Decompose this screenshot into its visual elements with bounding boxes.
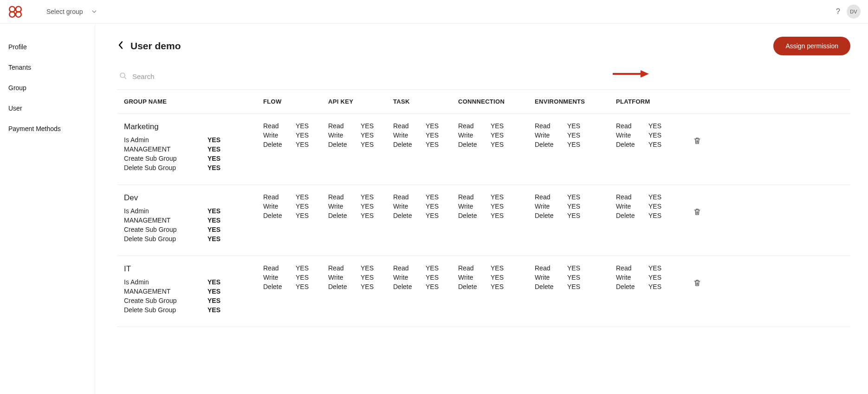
annotation-arrow-icon (613, 67, 650, 80)
sidebar-item-label: Payment Methods (8, 125, 61, 132)
perm-value: YES (648, 203, 661, 210)
perm-value: YES (567, 122, 580, 130)
perm-value: YES (648, 283, 661, 290)
perm-label-delete: Delete (263, 212, 285, 219)
col-header-group-name: GROUP NAME (124, 98, 263, 105)
perm-cell-connection: ReadYESWriteYESDeleteYES (458, 264, 535, 315)
attr-label-is-admin: Is Admin (124, 136, 207, 144)
assign-permission-button[interactable]: Assign permission (773, 37, 850, 55)
app-logo[interactable] (7, 4, 23, 20)
perm-label-read: Read (535, 264, 556, 272)
perm-value: YES (426, 283, 439, 290)
search-icon (119, 72, 127, 81)
perm-value: YES (426, 264, 439, 272)
perm-value: YES (491, 212, 504, 219)
perm-value: YES (296, 122, 309, 130)
help-icon[interactable]: ? (836, 7, 840, 16)
col-header-task: TASK (393, 98, 458, 105)
perm-label-delete: Delete (458, 283, 479, 290)
perm-label-write: Write (535, 274, 556, 281)
col-header-environments: ENVIRONMENTS (535, 98, 616, 105)
group-name: Dev (124, 193, 263, 203)
delete-cell (683, 122, 711, 173)
perm-value: YES (567, 141, 580, 148)
group-name: Marketing (124, 122, 263, 131)
perm-label-delete: Delete (393, 212, 415, 219)
perm-cell-task: ReadYESWriteYESDeleteYES (393, 122, 458, 173)
perm-value: YES (491, 274, 504, 281)
group-cell: ITIs AdminYESMANAGEMENTYESCreate Sub Gro… (124, 264, 263, 315)
group-cell: DevIs AdminYESMANAGEMENTYESCreate Sub Gr… (124, 193, 263, 244)
group-name: IT (124, 264, 263, 274)
perm-label-delete: Delete (458, 141, 479, 148)
sidebar-item-group[interactable]: Group (0, 78, 95, 98)
perm-label-write: Write (616, 203, 637, 210)
perm-cell-task: ReadYESWriteYESDeleteYES (393, 193, 458, 244)
perm-label-write: Write (458, 274, 479, 281)
attr-label-is-admin: Is Admin (124, 207, 207, 215)
perm-label-read: Read (393, 193, 415, 201)
attr-value: YES (207, 155, 220, 162)
sidebar-item-tenants[interactable]: Tenants (0, 57, 95, 78)
perm-label-read: Read (328, 264, 350, 272)
perm-value: YES (361, 283, 374, 290)
perm-label-delete: Delete (328, 141, 350, 148)
avatar[interactable]: DV (847, 5, 861, 19)
perm-cell-platform: ReadYESWriteYESDeleteYES (616, 264, 683, 315)
perm-cell-api_key: ReadYESWriteYESDeleteYES (328, 122, 393, 173)
col-header-platform: PLATFORM (616, 98, 683, 105)
perm-label-write: Write (263, 131, 285, 139)
sidebar-item-user[interactable]: User (0, 98, 95, 118)
perm-label-delete: Delete (616, 141, 637, 148)
perm-value: YES (361, 131, 374, 139)
attr-label-create-sub: Create Sub Group (124, 226, 207, 233)
perm-label-delete: Delete (263, 283, 285, 290)
perm-value: YES (491, 141, 504, 148)
perm-label-read: Read (393, 264, 415, 272)
perm-cell-api_key: ReadYESWriteYESDeleteYES (328, 264, 393, 315)
perm-value: YES (567, 193, 580, 201)
perm-cell-environments: ReadYESWriteYESDeleteYES (535, 122, 616, 173)
perm-value: YES (361, 203, 374, 210)
back-button[interactable] (117, 41, 124, 52)
delete-row-button[interactable] (693, 137, 701, 146)
perm-label-delete: Delete (535, 141, 556, 148)
delete-cell (683, 264, 711, 315)
sidebar-item-payment-methods[interactable]: Payment Methods (0, 118, 95, 139)
perm-value: YES (648, 274, 661, 281)
perm-value: YES (648, 122, 661, 130)
delete-row-button[interactable] (693, 208, 701, 217)
perm-value: YES (426, 274, 439, 281)
sidebar-item-profile[interactable]: Profile (0, 37, 95, 57)
table-row: DevIs AdminYESMANAGEMENTYESCreate Sub Gr… (117, 185, 850, 256)
attr-value: YES (207, 288, 220, 295)
perm-cell-flow: ReadYESWriteYESDeleteYES (263, 193, 328, 244)
perm-value: YES (296, 274, 309, 281)
select-group-dropdown[interactable]: Select group (46, 8, 97, 15)
sidebar-item-label: Profile (8, 43, 27, 51)
svg-point-6 (120, 73, 125, 78)
group-cell: MarketingIs AdminYESMANAGEMENTYESCreate … (124, 122, 263, 173)
perm-cell-environments: ReadYESWriteYESDeleteYES (535, 264, 616, 315)
search-input[interactable] (132, 72, 849, 80)
perm-label-read: Read (535, 193, 556, 201)
attr-label-create-sub: Create Sub Group (124, 297, 207, 304)
perm-value: YES (648, 212, 661, 219)
perm-cell-connection: ReadYESWriteYESDeleteYES (458, 122, 535, 173)
delete-row-button[interactable] (693, 279, 701, 288)
attr-label-is-admin: Is Admin (124, 278, 207, 286)
perm-label-delete: Delete (263, 141, 285, 148)
perm-value: YES (426, 193, 439, 201)
perm-value: YES (567, 264, 580, 272)
perm-label-delete: Delete (328, 283, 350, 290)
page-header: User demo Assign permission (117, 37, 850, 55)
perm-value: YES (567, 203, 580, 210)
perm-value: YES (567, 212, 580, 219)
perm-label-read: Read (328, 122, 350, 130)
perm-label-read: Read (458, 264, 479, 272)
perm-label-read: Read (393, 122, 415, 130)
perm-value: YES (491, 122, 504, 130)
perm-value: YES (361, 141, 374, 148)
avatar-initials: DV (850, 9, 857, 14)
perm-value: YES (491, 283, 504, 290)
